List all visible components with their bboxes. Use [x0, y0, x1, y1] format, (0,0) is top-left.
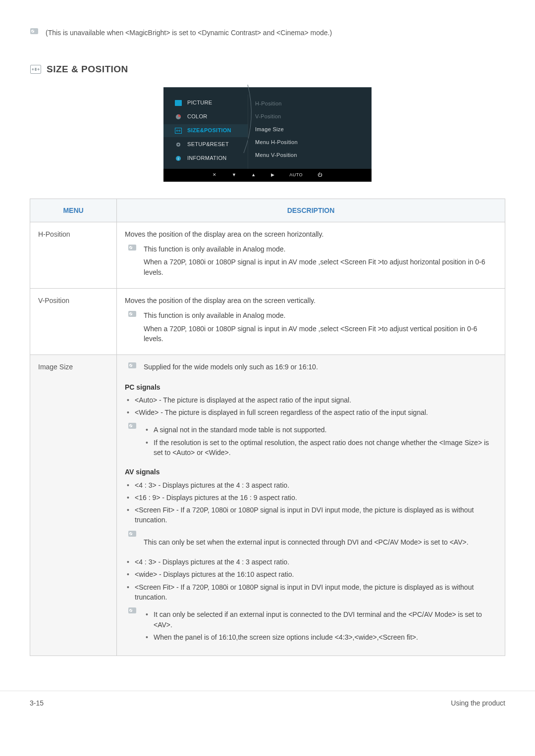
osd-option-menu-h-position: Menu H-Position	[255, 136, 367, 149]
osd-item-picture: PICTURE	[163, 97, 248, 109]
table-row: V-Position Moves the position of the dis…	[30, 289, 505, 355]
osd-label: SIZE&POSITION	[187, 127, 231, 135]
note-icon	[128, 607, 137, 614]
menu-cell-h-position: H-Position	[30, 222, 117, 288]
osd-item-color: COLOR	[163, 110, 248, 123]
page-number: 3-15	[30, 698, 44, 708]
osd-btn-auto: AUTO	[289, 172, 303, 178]
osd-btn-enter-icon: ▶	[271, 172, 275, 178]
osd-label: INFORMATION	[187, 154, 226, 162]
osd-btn-close-icon: ✕	[213, 172, 217, 178]
list-item: <wide> - Displays pictures at the 16:10 …	[125, 569, 497, 579]
note-text: (This is unavailable when <MagicBright> …	[46, 28, 332, 38]
page-footer: 3-15 Using the product	[0, 691, 535, 723]
magicbright-unavailable-note: (This is unavailable when <MagicBright> …	[30, 28, 505, 38]
section-heading: SIZE & POSITION	[30, 62, 505, 76]
osd-item-setup-reset: SETUP&RESET	[163, 138, 248, 151]
info-icon: i	[174, 155, 182, 162]
osd-label: SETUP&RESET	[187, 141, 229, 149]
note-icon	[128, 362, 137, 369]
list-item: <16 : 9> - Displays pictures at the 16 :…	[125, 493, 497, 503]
lead-text: Moves the position of the display area o…	[125, 229, 497, 239]
note-icon	[128, 310, 137, 317]
note-icon	[128, 530, 137, 537]
av-signals-heading: AV signals	[125, 467, 497, 477]
osd-right-menu: H-Position V-Position Image Size Menu H-…	[248, 95, 372, 169]
osd-label: PICTURE	[187, 99, 212, 107]
table-row: Image Size Supplied for the wide models …	[30, 355, 505, 656]
osd-screenshot: PICTURE COLOR SIZE&POSITION	[30, 87, 505, 187]
note-icon	[128, 244, 137, 251]
desc-cell-v-position: Moves the position of the display area o…	[117, 289, 505, 355]
note-line: This can only be set when the external i…	[144, 537, 497, 547]
svg-point-9	[177, 144, 179, 145]
osd-option-menu-v-position: Menu V-Position	[255, 149, 367, 162]
color-icon	[174, 113, 182, 120]
desc-cell-h-position: Moves the position of the display area o…	[117, 222, 505, 288]
svg-text:i: i	[178, 156, 179, 161]
note-line: When a 720P, 1080i or 1080P signal is in…	[144, 324, 497, 344]
th-menu: MENU	[30, 199, 117, 222]
osd-btn-power-icon: ⏻	[318, 172, 322, 178]
note-line: This function is only available in Analo…	[144, 244, 497, 254]
desc-cell-image-size: Supplied for the wide models only such a…	[117, 355, 505, 656]
osd-option-v-position: V-Position	[255, 110, 367, 123]
note-icon	[128, 422, 137, 429]
list-item: <4 : 3> - Displays pictures at the 4 : 3…	[125, 557, 497, 567]
list-item: <Screen Fit> - If a 720P, 1080i or 1080P…	[125, 505, 497, 525]
svg-rect-5	[175, 100, 182, 106]
lead-text: Moves the position of the display area o…	[125, 296, 497, 305]
osd-item-information: i INFORMATION	[163, 152, 248, 165]
osd-btn-down-icon: ▼	[232, 172, 236, 178]
list-item: <Auto> - The picture is displayed at the…	[125, 395, 497, 405]
list-item: <Wide> - The picture is displayed in ful…	[125, 407, 497, 417]
osd-item-size-position: SIZE&POSITION	[163, 124, 248, 137]
section-title-label: SIZE & POSITION	[47, 62, 128, 76]
list-item: It can only be selected if an external i…	[144, 609, 497, 630]
menu-cell-v-position: V-Position	[30, 289, 117, 355]
pc-signals-heading: PC signals	[125, 382, 497, 392]
gear-icon	[174, 141, 182, 148]
list-item: <4 : 3> - Displays pictures at the 4 : 3…	[125, 480, 497, 490]
list-item: A signal not in the standard mode table …	[144, 425, 497, 435]
menu-description-table: MENU DESCRIPTION H-Position Moves the po…	[30, 199, 505, 656]
osd-left-menu: PICTURE COLOR SIZE&POSITION	[163, 95, 248, 169]
note-line: This function is only available in Analo…	[144, 310, 497, 320]
size-position-icon	[30, 64, 42, 74]
note-line: Supplied for the wide models only such a…	[144, 362, 497, 372]
picture-icon	[174, 100, 182, 106]
sizepos-icon	[174, 127, 182, 134]
osd-label: COLOR	[187, 113, 208, 121]
osd-btn-up-icon: ▲	[251, 172, 256, 178]
list-item: If the resolution is set to the optimal …	[144, 438, 497, 458]
osd-option-h-position: H-Position	[255, 98, 367, 110]
menu-cell-image-size: Image Size	[30, 355, 117, 656]
note-line: When a 720P, 1080i or 1080P signal is in…	[144, 257, 497, 277]
osd-option-image-size: Image Size	[255, 123, 367, 136]
th-description: DESCRIPTION	[117, 199, 505, 222]
list-item: When the panel is of 16:10,the screen si…	[144, 632, 497, 642]
note-icon	[30, 28, 39, 35]
footer-section-label: Using the product	[451, 698, 505, 708]
list-item: <Screen Fit> - If a 720P, 1080i or 1080P…	[125, 582, 497, 603]
osd-footer-buttons: ✕ ▼ ▲ ▶ AUTO ⏻	[163, 169, 372, 182]
svg-rect-4	[35, 68, 37, 71]
table-row: H-Position Moves the position of the dis…	[30, 222, 505, 288]
